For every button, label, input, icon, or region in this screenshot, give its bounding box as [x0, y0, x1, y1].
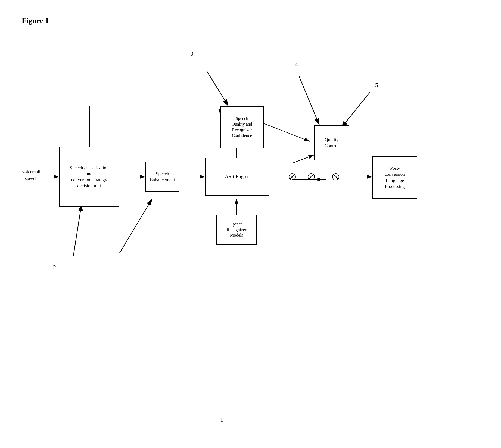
speech-classification-box: Speech classification and conversion str… [59, 147, 119, 207]
svg-point-15 [308, 174, 315, 180]
speech-quality-box: Speech Quality and Recognizer Confidence [220, 106, 264, 148]
speech-enhancement-box: Speech Enhancement [145, 162, 179, 192]
svg-line-26 [290, 175, 294, 179]
svg-point-22 [332, 174, 339, 180]
ref-number-4: 4 [295, 61, 298, 68]
post-conversion-box: Post- conversion Language Processing [372, 156, 417, 199]
ref-number-2: 2 [53, 264, 56, 271]
diagram-container: Figure 1 [0, 0, 501, 448]
ref-number-5: 5 [375, 82, 378, 89]
speech-recognizer-models-box: Speech Recognizer Models [216, 215, 257, 245]
svg-line-11 [341, 92, 370, 128]
svg-line-29 [334, 175, 338, 179]
quality-control-box: Quality Control [314, 125, 349, 160]
asr-engine-box: ASR Engine [205, 158, 269, 196]
svg-line-24 [309, 175, 313, 179]
svg-line-20 [292, 155, 314, 163]
svg-line-9 [207, 71, 228, 106]
svg-line-32 [120, 199, 152, 253]
voicemail-speech-label: voicemailspeech [16, 169, 46, 182]
ref-number-1: 1 [220, 416, 223, 423]
svg-line-10 [299, 76, 319, 125]
svg-line-28 [334, 175, 338, 179]
ref-number-3: 3 [190, 50, 193, 57]
svg-line-27 [290, 175, 294, 179]
svg-line-31 [73, 204, 82, 256]
svg-line-25 [309, 175, 313, 179]
figure-title: Figure 1 [22, 16, 49, 25]
svg-line-8 [261, 122, 310, 141]
svg-point-13 [289, 174, 295, 180]
